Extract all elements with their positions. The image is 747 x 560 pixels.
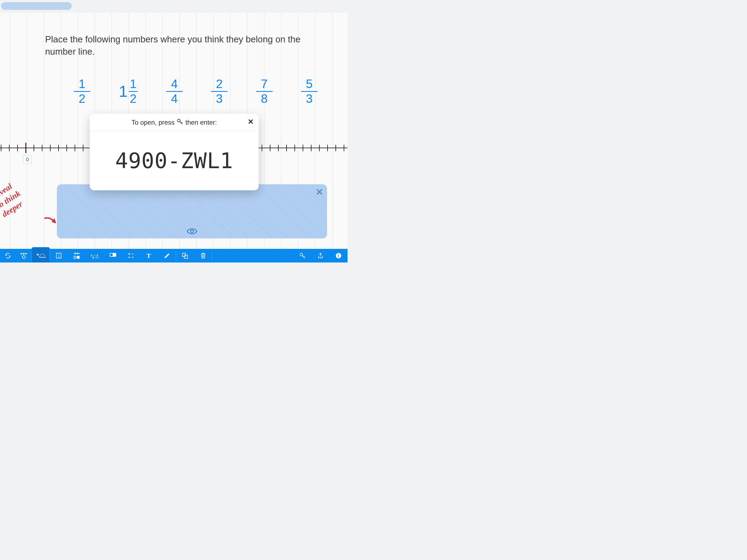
unlock-code: 4900-ZWL1 [115, 149, 233, 173]
fraction-token[interactable]: 1 2 [74, 78, 90, 105]
fraction-token[interactable]: 4 4 [166, 78, 183, 105]
duplicate-button[interactable] [176, 249, 194, 262]
title-pill [1, 2, 72, 10]
add-arc-button[interactable]: + [32, 247, 50, 262]
fraction-token[interactable]: 7 8 [256, 78, 273, 105]
prompt-text: Place the following numbers where you th… [45, 33, 308, 58]
svg-rect-16 [110, 253, 113, 256]
svg-text:T: T [147, 252, 151, 259]
svg-rect-13 [77, 256, 79, 258]
svg-line-3 [320, 231, 323, 235]
unlock-code-popup: To open, press then enter: ✕ 4900-ZWL1 [90, 114, 259, 190]
fractions-row: 1 2 1 1 2 4 4 2 3 7 8 5 3 [74, 75, 317, 108]
number-line-settings-button[interactable] [16, 249, 32, 262]
svg-text:1: 1 [58, 254, 60, 258]
canvas-area[interactable]: Place the following numbers where you th… [0, 12, 347, 249]
svg-text:−: − [131, 252, 133, 255]
svg-text:i: i [338, 253, 339, 258]
fraction-token[interactable]: 1 1 2 [119, 78, 137, 105]
resize-handle-icon[interactable] [60, 226, 69, 236]
svg-line-0 [61, 231, 64, 235]
svg-text:+: + [128, 252, 130, 255]
trash-button[interactable] [194, 249, 212, 262]
svg-text:×: × [128, 256, 130, 259]
fraction-token[interactable]: 5 3 [301, 78, 317, 105]
popup-close-icon[interactable]: ✕ [248, 118, 254, 126]
operations-button[interactable]: +−×÷ [122, 249, 140, 262]
key-icon [177, 119, 183, 127]
svg-point-8 [22, 256, 25, 258]
fraction-bar-button[interactable] [104, 249, 122, 262]
svg-text:+□: +□ [95, 256, 99, 259]
popup-suffix: then enter: [185, 119, 217, 126]
text-button[interactable]: T [140, 249, 158, 262]
info-button[interactable]: i [330, 249, 347, 262]
ruler-button[interactable]: +□ [86, 249, 104, 262]
grid-button[interactable] [68, 249, 86, 262]
popup-header: To open, press then enter: ✕ [90, 114, 259, 131]
hidden-panel-close-icon[interactable]: ✕ [315, 186, 323, 198]
resize-handle-icon[interactable] [315, 226, 324, 236]
bottom-toolbar: + 1 +□ +−×÷ T i [0, 249, 347, 262]
pencil-button[interactable] [158, 249, 176, 262]
reveal-eye-icon[interactable] [186, 228, 198, 236]
svg-line-1 [61, 231, 62, 232]
number-line-zero-label[interactable]: 0 [23, 155, 31, 163]
unit-box-button[interactable]: 1 [50, 249, 68, 262]
key-button[interactable] [293, 249, 311, 262]
popup-prefix: To open, press [131, 119, 175, 126]
svg-text:+: + [36, 252, 40, 257]
svg-line-4 [321, 231, 323, 232]
svg-point-6 [190, 230, 193, 233]
sync-button[interactable] [0, 249, 16, 262]
svg-rect-12 [74, 256, 76, 258]
hidden-content-panel[interactable]: ✕ [57, 184, 327, 238]
share-button[interactable] [311, 249, 330, 262]
svg-text:÷: ÷ [131, 256, 133, 259]
fraction-token[interactable]: 2 3 [211, 78, 228, 105]
handwritten-arrow-icon [44, 216, 58, 227]
